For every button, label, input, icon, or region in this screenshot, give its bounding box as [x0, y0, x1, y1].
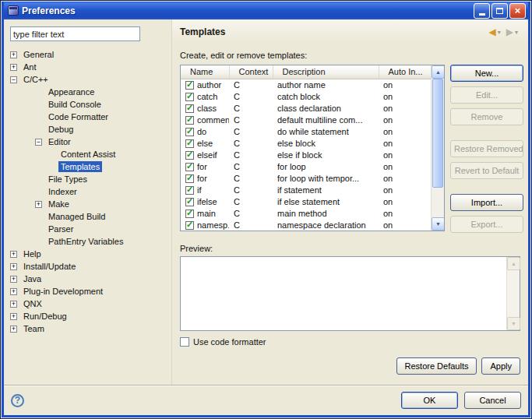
tree-item-label: C/C++ [21, 74, 51, 85]
scroll-up-icon[interactable]: ▲ [432, 65, 445, 79]
template-checkbox[interactable]: ✓ [185, 139, 194, 148]
template-checkbox[interactable]: ✓ [185, 104, 194, 113]
template-row[interactable]: ✓elseifCelse if blockon [181, 150, 431, 161]
close-button[interactable]: × [509, 3, 526, 19]
restore-defaults-button[interactable]: Restore Defaults [396, 357, 477, 375]
template-row[interactable]: ✓ifelseCif else statementon [181, 196, 431, 208]
expand-icon[interactable]: + [10, 288, 17, 295]
template-checkbox[interactable]: ✓ [185, 186, 194, 195]
template-row[interactable]: ✓ifCif statementon [181, 185, 431, 196]
minimize-button[interactable] [474, 3, 490, 19]
expand-icon[interactable]: + [10, 251, 17, 258]
template-row[interactable]: ✓commentCdefault multiline com...on [181, 114, 431, 126]
template-checkbox[interactable]: ✓ [185, 198, 194, 206]
template-row[interactable]: ✓doCdo while statementon [181, 126, 431, 138]
back-arrow-icon[interactable]: ◀ [489, 26, 496, 37]
main-panel: Templates ◀ ▾ ▶ ▾ Create, edit or remove… [172, 19, 528, 385]
tree-item-content-assist[interactable]: Content Assist [10, 148, 165, 160]
ok-button[interactable]: OK [401, 392, 458, 409]
column-header-context[interactable]: Context [229, 65, 273, 79]
template-row[interactable]: ✓forCfor loopon [181, 161, 431, 173]
tree-item-c-c[interactable]: −C/C++ [10, 73, 165, 86]
column-header-auto-insert[interactable]: Auto In... [379, 65, 431, 79]
main-body: Create, edit or remove templates: Name C… [172, 43, 528, 385]
tree-item-java[interactable]: +Java [10, 273, 165, 285]
sidebar: +General+Ant−C/C++AppearanceBuild Consol… [4, 19, 172, 385]
template-description: author name [273, 79, 379, 91]
template-row[interactable]: ✓classCclass declarationon [181, 103, 431, 114]
template-checkbox[interactable]: ✓ [185, 93, 194, 101]
template-name: if [197, 185, 202, 195]
tree-item-debug[interactable]: Debug [10, 123, 165, 136]
tree-item-team[interactable]: +Team [10, 322, 165, 335]
tree-item-label: Appearance [46, 86, 97, 97]
tree-item-general[interactable]: +General [10, 48, 165, 61]
tree-item-make[interactable]: +Make [10, 198, 165, 210]
tree-item-file-types[interactable]: File Types [10, 173, 165, 185]
check-icon: ✓ [186, 103, 193, 113]
template-row[interactable]: ✓elseCelse blockon [181, 138, 431, 150]
preview-scroll-down-icon: ▼ [507, 317, 520, 330]
template-checkbox[interactable]: ✓ [185, 163, 194, 171]
template-row[interactable]: ✓authorCauthor nameon [181, 79, 431, 91]
titlebar[interactable]: Preferences × [4, 2, 528, 19]
collapse-icon[interactable]: − [35, 139, 42, 146]
back-dropdown-icon[interactable]: ▾ [498, 29, 501, 36]
tree-item-ant[interactable]: +Ant [10, 61, 165, 73]
collapse-icon[interactable]: − [10, 76, 17, 83]
close-icon: × [515, 5, 521, 16]
expand-icon[interactable]: + [10, 313, 17, 320]
help-icon[interactable]: ? [11, 394, 24, 407]
expand-icon[interactable]: + [10, 276, 17, 283]
tree-item-indexer[interactable]: Indexer [10, 185, 165, 198]
tree-item-templates[interactable]: Templates [10, 160, 165, 173]
tree-item-appearance[interactable]: Appearance [10, 86, 165, 98]
template-row[interactable]: ✓forCfor loop with tempor...on [181, 173, 431, 185]
import-button[interactable]: Import... [450, 194, 523, 211]
maximize-button[interactable] [491, 3, 508, 19]
preview-area[interactable]: ▲ ▼ [180, 256, 520, 331]
check-icon: ✓ [186, 196, 193, 206]
new-button[interactable]: New... [450, 65, 523, 82]
template-row[interactable]: ✓namesp...Cnamespace declarationon [181, 220, 431, 231]
tree-item-run-debug[interactable]: +Run/Debug [10, 310, 165, 322]
scrollbar-thumb[interactable] [432, 79, 443, 188]
expand-icon[interactable]: + [10, 301, 17, 308]
template-checkbox[interactable]: ✓ [185, 81, 194, 90]
tree-item-editor[interactable]: −Editor [10, 136, 165, 148]
template-name: comment [197, 115, 229, 125]
preferences-tree: +General+Ant−C/C++AppearanceBuild Consol… [10, 48, 165, 335]
template-checkbox[interactable]: ✓ [185, 210, 194, 218]
filter-input[interactable] [10, 26, 140, 41]
forward-arrow-icon: ▶ [506, 26, 513, 37]
tree-item-install-update[interactable]: +Install/Update [10, 260, 165, 273]
column-header-name[interactable]: Name [181, 65, 229, 79]
tree-item-help[interactable]: +Help [10, 248, 165, 260]
template-checkbox[interactable]: ✓ [185, 116, 194, 125]
expand-icon[interactable]: + [10, 326, 17, 333]
tree-item-code-formatter[interactable]: Code Formatter [10, 111, 165, 123]
expand-icon[interactable]: + [10, 64, 17, 71]
template-checkbox[interactable]: ✓ [185, 151, 194, 160]
template-checkbox[interactable]: ✓ [185, 174, 194, 183]
expand-icon[interactable]: + [10, 51, 17, 58]
use-code-formatter-checkbox[interactable] [180, 337, 189, 347]
tree-item-plug-in-development[interactable]: +Plug-in Development [10, 285, 165, 298]
template-checkbox[interactable]: ✓ [185, 221, 194, 230]
cancel-button[interactable]: Cancel [464, 392, 521, 409]
tree-item-managed-build[interactable]: Managed Build [10, 210, 165, 223]
tree-item-qnx[interactable]: +QNX [10, 298, 165, 310]
scroll-down-icon[interactable]: ▼ [432, 217, 445, 231]
template-row[interactable]: ✓mainCmain methodon [181, 208, 431, 220]
apply-button[interactable]: Apply [481, 357, 520, 375]
template-row[interactable]: ✓catchCcatch blockon [181, 91, 431, 103]
tree-item-build-console[interactable]: Build Console [10, 98, 165, 111]
table-scrollbar[interactable]: ▲ ▼ [431, 65, 444, 231]
column-header-description[interactable]: Description [273, 65, 379, 79]
expand-icon[interactable]: + [10, 263, 17, 270]
tree-item-pathentry-variables[interactable]: PathEntry Variables [10, 235, 165, 248]
tree-item-parser[interactable]: Parser [10, 223, 165, 235]
expand-icon[interactable]: + [35, 201, 42, 208]
template-checkbox[interactable]: ✓ [185, 128, 194, 136]
check-icon: ✓ [186, 114, 193, 125]
